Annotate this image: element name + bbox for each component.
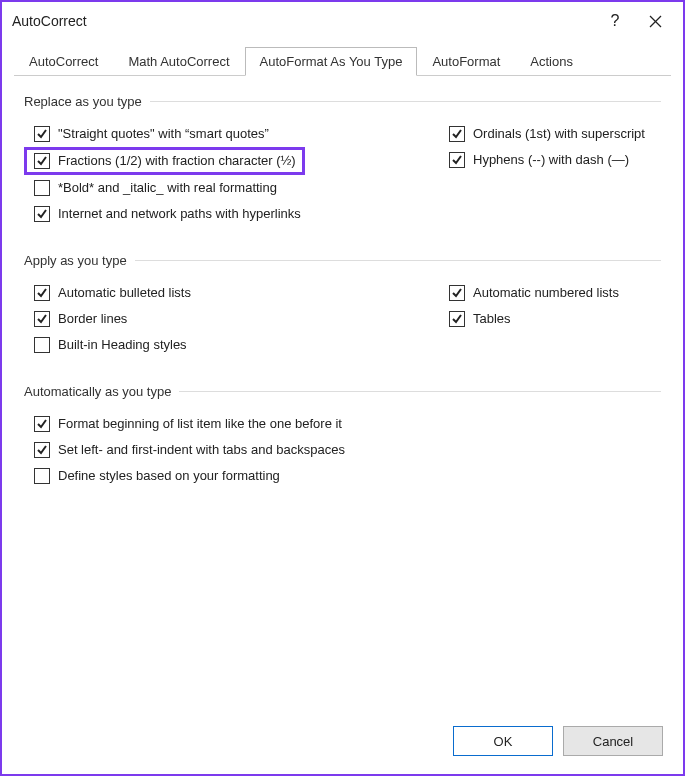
check-label: "Straight quotes" with “smart quotes”	[58, 125, 269, 143]
checkbox-icon	[34, 416, 50, 432]
checkbox-icon	[34, 180, 50, 196]
divider	[150, 101, 661, 102]
group-apply: Apply as you type Automatic bulleted lis…	[24, 253, 661, 358]
group-header: Automatically as you type	[24, 384, 661, 399]
tab-actions[interactable]: Actions	[515, 47, 588, 76]
group-automatically: Automatically as you type Format beginni…	[24, 384, 661, 489]
tab-math-autocorrect[interactable]: Math AutoCorrect	[113, 47, 244, 76]
check-fractions[interactable]: Fractions (1/2) with fraction character …	[24, 147, 305, 175]
tab-bar: AutoCorrect Math AutoCorrect AutoFormat …	[14, 46, 671, 76]
title-bar: AutoCorrect ?	[2, 2, 683, 40]
checkbox-icon	[34, 442, 50, 458]
divider	[135, 260, 661, 261]
check-auto-numbers[interactable]: Automatic numbered lists	[439, 280, 661, 306]
group-title: Replace as you type	[24, 94, 142, 109]
checkbox-icon	[449, 311, 465, 327]
group-title: Automatically as you type	[24, 384, 171, 399]
check-label: Tables	[473, 310, 511, 328]
checkbox-icon	[449, 152, 465, 168]
check-heading-styles[interactable]: Built-in Heading styles	[24, 332, 439, 358]
group-header: Replace as you type	[24, 94, 661, 109]
checkbox-icon	[34, 468, 50, 484]
checkbox-icon	[34, 153, 50, 169]
check-label: Set left- and first-indent with tabs and…	[58, 441, 345, 459]
checkbox-icon	[449, 126, 465, 142]
check-label: Automatic numbered lists	[473, 284, 619, 302]
cancel-button[interactable]: Cancel	[563, 726, 663, 756]
check-label: Define styles based on your formatting	[58, 467, 280, 485]
checkbox-icon	[34, 311, 50, 327]
check-define-styles[interactable]: Define styles based on your formatting	[24, 463, 661, 489]
check-label: Ordinals (1st) with superscript	[473, 125, 645, 143]
tab-autoformat[interactable]: AutoFormat	[417, 47, 515, 76]
check-hyphens[interactable]: Hyphens (--) with dash (—)	[439, 147, 661, 173]
check-border-lines[interactable]: Border lines	[24, 306, 439, 332]
check-tables[interactable]: Tables	[439, 306, 661, 332]
checkbox-icon	[34, 206, 50, 222]
check-straight-quotes[interactable]: "Straight quotes" with “smart quotes”	[24, 121, 439, 147]
check-label: Format beginning of list item like the o…	[58, 415, 342, 433]
checkbox-icon	[34, 337, 50, 353]
check-ordinals[interactable]: Ordinals (1st) with superscript	[439, 121, 661, 147]
checkbox-icon	[449, 285, 465, 301]
check-label: Internet and network paths with hyperlin…	[58, 205, 301, 223]
checkbox-icon	[34, 126, 50, 142]
group-title: Apply as you type	[24, 253, 127, 268]
check-label: Fractions (1/2) with fraction character …	[58, 152, 296, 170]
window-title: AutoCorrect	[12, 13, 595, 29]
dialog-buttons: OK Cancel	[453, 726, 663, 756]
check-bold-italic[interactable]: *Bold* and _italic_ with real formatting	[24, 175, 439, 201]
group-header: Apply as you type	[24, 253, 661, 268]
check-auto-bullets[interactable]: Automatic bulleted lists	[24, 280, 439, 306]
check-label: Border lines	[58, 310, 127, 328]
check-label: *Bold* and _italic_ with real formatting	[58, 179, 277, 197]
help-icon[interactable]: ?	[595, 2, 635, 40]
close-icon[interactable]	[635, 2, 675, 40]
divider	[179, 391, 661, 392]
group-replace: Replace as you type "Straight quotes" wi…	[24, 94, 661, 227]
check-hyperlinks[interactable]: Internet and network paths with hyperlin…	[24, 201, 439, 227]
ok-button[interactable]: OK	[453, 726, 553, 756]
dialog-content: Replace as you type "Straight quotes" wi…	[2, 76, 683, 525]
tab-autoformat-as-you-type[interactable]: AutoFormat As You Type	[245, 47, 418, 76]
check-label: Hyphens (--) with dash (—)	[473, 151, 629, 169]
check-set-indent[interactable]: Set left- and first-indent with tabs and…	[24, 437, 661, 463]
check-format-list-begin[interactable]: Format beginning of list item like the o…	[24, 411, 661, 437]
check-label: Automatic bulleted lists	[58, 284, 191, 302]
tab-autocorrect[interactable]: AutoCorrect	[14, 47, 113, 76]
check-label: Built-in Heading styles	[58, 336, 187, 354]
checkbox-icon	[34, 285, 50, 301]
